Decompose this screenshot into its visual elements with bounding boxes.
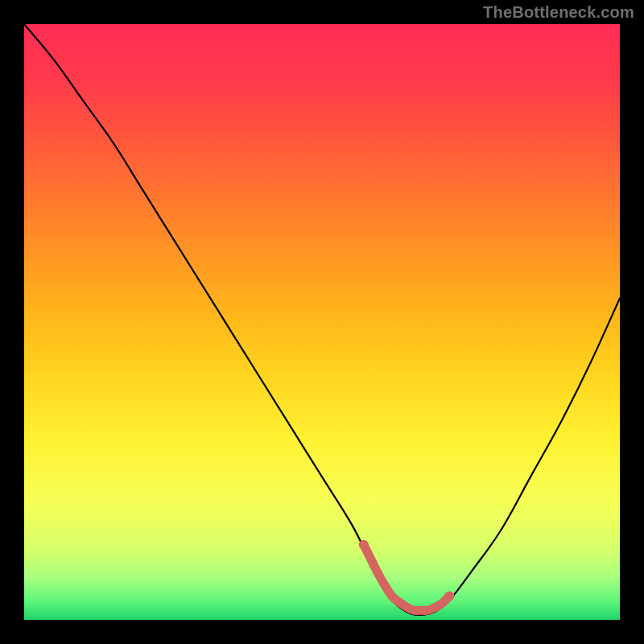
- gradient-background: [24, 24, 620, 620]
- bottleneck-chart: [24, 24, 620, 620]
- watermark-text: TheBottleneck.com: [483, 3, 634, 22]
- optimal-zone-start-dot: [359, 540, 369, 550]
- optimal-zone-end-dot: [444, 591, 454, 601]
- chart-container: TheBottleneck.com: [0, 0, 644, 644]
